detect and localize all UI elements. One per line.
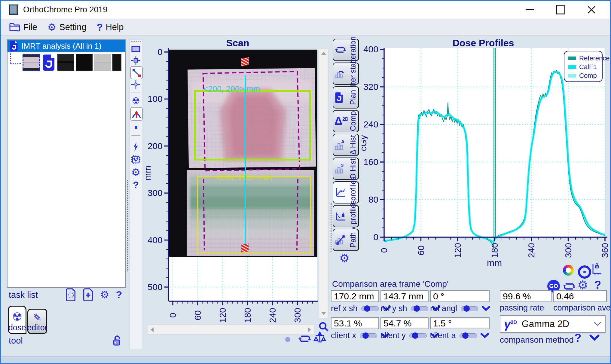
- thumbnail-selected[interactable]: [23, 54, 40, 71]
- ref-y-shift-slider[interactable]: [411, 306, 428, 311]
- menu-help-label: Help: [106, 22, 124, 32]
- svg-text:240: 240: [267, 308, 277, 323]
- profile-handle-top[interactable]: [241, 57, 249, 66]
- comparison-average-label: comparison avera: [553, 303, 611, 313]
- profile-handle-bottom[interactable]: [241, 243, 249, 252]
- comparison-average-field[interactable]: 0.46: [553, 290, 607, 302]
- cycle-icon[interactable]: [298, 333, 312, 344]
- flash-tool[interactable]: [131, 142, 141, 152]
- tool-tab-dose[interactable]: ☢ dose: [8, 306, 26, 334]
- menu-setting[interactable]: ⚙ Setting: [44, 21, 90, 33]
- ref-angle-slider[interactable]: [461, 306, 478, 311]
- tab-path[interactable]: Path: [333, 229, 359, 251]
- ref-y-shift-field[interactable]: 143.7 mm: [380, 290, 429, 302]
- menu-help[interactable]: ? Help: [94, 21, 127, 33]
- axis-lock-icon[interactable]: [591, 263, 602, 275]
- scan-v-scrollbar[interactable]: [318, 48, 328, 318]
- scroll-left-arrow[interactable]: [151, 327, 154, 332]
- ref-x-shift-field[interactable]: 170.2 mm: [331, 290, 379, 302]
- line-profile-tool[interactable]: [130, 66, 143, 79]
- passing-rate-field[interactable]: 99.6 %: [500, 290, 551, 302]
- tab-w-profiles[interactable]: w profiles: [333, 205, 359, 227]
- svg-text:cGy: cGy: [362, 135, 368, 151]
- client-y-field[interactable]: 54.7 %: [380, 317, 429, 329]
- color-wheel-icon[interactable]: [563, 265, 574, 276]
- unlock-icon[interactable]: [112, 335, 122, 347]
- tab-comp[interactable]: Δ2D Comp: [333, 110, 359, 132]
- crosshair-tool[interactable]: [131, 79, 141, 90]
- splitter-left[interactable]: [127, 180, 128, 271]
- task-row-selected[interactable]: IMRT analysis (All in 1): [8, 40, 125, 52]
- maximize-button[interactable]: [554, 4, 567, 16]
- method-help-button[interactable]: ?: [574, 332, 581, 344]
- thumbnail-film-dark2[interactable]: [112, 54, 121, 71]
- close-button[interactable]: [585, 4, 598, 16]
- add-task-button[interactable]: [83, 288, 93, 301]
- scroll-up-arrow[interactable]: [321, 52, 326, 55]
- dose-tool[interactable]: ☢: [131, 96, 141, 106]
- tab-iter-stat[interactable]: Iter stat: [333, 63, 359, 85]
- task-settings-button[interactable]: ⚙: [100, 289, 109, 301]
- toolbar-grip[interactable]: [131, 41, 141, 42]
- legend-row-comp: Comp: [568, 71, 602, 80]
- comparison-method-dropdown[interactable]: γ2D Gamma 2D: [500, 315, 606, 333]
- pencil-icon: ✎: [33, 312, 42, 323]
- scan-toolbar: ☢ ⚙ ?: [130, 39, 142, 349]
- client-y-slider[interactable]: [409, 333, 427, 338]
- client-angle-slider[interactable]: [460, 333, 477, 338]
- svg-text:180: 180: [490, 243, 499, 258]
- client-x-field[interactable]: 53.1 %: [331, 317, 379, 329]
- tab-iteration[interactable]: Iteration: [333, 39, 359, 61]
- point-tool[interactable]: [131, 122, 141, 132]
- ref-x-shift-slider[interactable]: [361, 306, 379, 311]
- svg-text:500: 500: [148, 282, 163, 292]
- svg-text:320: 320: [363, 82, 378, 92]
- tab-delta-hist[interactable]: Δ Δ Hist: [333, 134, 359, 156]
- select-task-button[interactable]: [65, 288, 76, 301]
- minimize-button[interactable]: [524, 4, 537, 16]
- ref-angle-control: ref angl: [430, 304, 493, 313]
- rect-select-tool[interactable]: [131, 44, 141, 54]
- thumbnail-film-dark[interactable]: [57, 54, 74, 71]
- profiles-settings-button[interactable]: ⚙: [339, 252, 350, 265]
- path-icon: [335, 234, 345, 245]
- legend-swatch-reference: [568, 57, 576, 60]
- client-x-slider[interactable]: [360, 333, 377, 338]
- ref-angle-field[interactable]: 0 °: [430, 290, 490, 302]
- tool-tab-editor[interactable]: ✎ editor: [27, 309, 47, 334]
- gamma2d-icon: γ2D: [504, 317, 517, 331]
- ref-angle-expand-icon[interactable]: [482, 306, 490, 311]
- method-expand-icon[interactable]: [589, 335, 600, 341]
- client-angle-field[interactable]: 1.5 °: [430, 317, 490, 329]
- legend-label-reference: Reference: [579, 54, 610, 62]
- scan-help-button[interactable]: ?: [131, 180, 141, 190]
- scroll-right-arrow[interactable]: [308, 327, 311, 332]
- svg-text:180: 180: [243, 308, 252, 323]
- svg-text:0: 0: [157, 47, 163, 57]
- plan-icon: [335, 92, 344, 103]
- center-marker-tool[interactable]: [131, 55, 141, 66]
- client-angle-expand-icon[interactable]: [481, 333, 489, 338]
- menu-file[interactable]: File: [6, 21, 40, 33]
- balance-icon[interactable]: [313, 332, 326, 344]
- processing-settings-tool[interactable]: [131, 154, 141, 165]
- scan-settings-tool[interactable]: ⚙: [131, 167, 141, 177]
- target-icon[interactable]: [578, 265, 591, 279]
- comparison-help-button[interactable]: ?: [594, 279, 601, 292]
- tab-plan[interactable]: Plan: [333, 86, 359, 109]
- thumbnail-film-black[interactable]: [76, 54, 93, 71]
- scan-h-scrollbar[interactable]: [147, 324, 314, 335]
- delta-hist-icon: Δ: [335, 140, 345, 150]
- tab-plan-label: Plan: [349, 90, 357, 105]
- scroll-down-arrow[interactable]: [321, 312, 326, 315]
- svg-text:300: 300: [563, 243, 573, 258]
- zoom-icon[interactable]: [318, 321, 329, 332]
- ref-y-shift-label: ref y sh: [380, 304, 407, 313]
- thumbnail-film-gray[interactable]: [94, 54, 111, 71]
- app-icon: [9, 5, 18, 15]
- scan-view[interactable]: <200, 200> mm <200, 200> mm 010020030040…: [145, 36, 331, 350]
- task-help-button[interactable]: ?: [116, 289, 122, 301]
- svg-text:300: 300: [148, 188, 163, 198]
- peak-tool[interactable]: [130, 107, 143, 121]
- document-thumbnail-icon[interactable]: [41, 54, 56, 71]
